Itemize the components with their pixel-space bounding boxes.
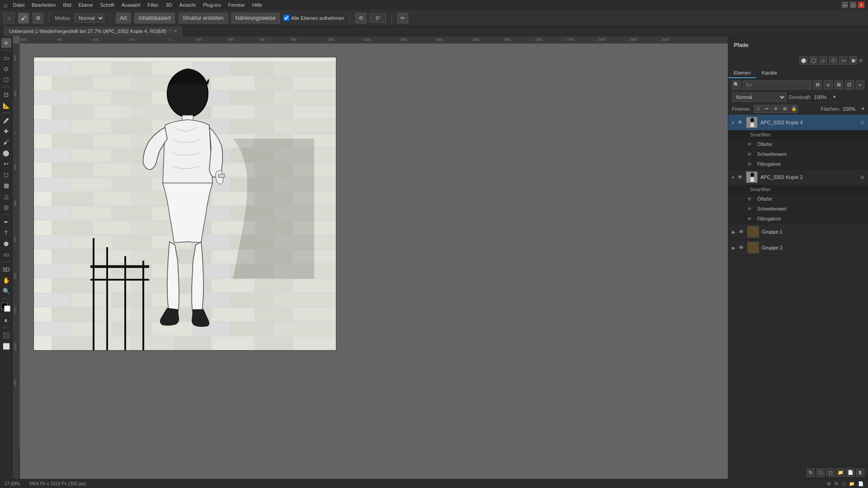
sub-eye-1c[interactable]: 👁 bbox=[746, 161, 753, 167]
gradient-tool[interactable]: ▦ bbox=[1, 180, 11, 190]
sub-eye-2a[interactable]: 👁 bbox=[746, 196, 753, 202]
path-tool[interactable]: ⬟ bbox=[1, 239, 11, 249]
panel-icon-4[interactable]: ⬡ bbox=[829, 56, 837, 65]
new-icon-btn[interactable]: + bbox=[856, 80, 865, 89]
text-tool[interactable]: T bbox=[1, 228, 11, 238]
3d-tool[interactable]: 3D bbox=[1, 264, 11, 274]
zoom-tool[interactable]: 🔍 bbox=[1, 286, 11, 296]
sub-item-olfarbe-2[interactable]: 👁 Ölfarbe bbox=[728, 194, 868, 204]
tab-ebenen[interactable]: Ebenen bbox=[728, 68, 756, 78]
layer-eye-1[interactable]: 👁 bbox=[737, 119, 743, 126]
layer-settings-2[interactable]: ⚙ bbox=[860, 175, 864, 180]
layer-item-gruppe1[interactable]: ▶ 👁 Gruppe 1 bbox=[728, 224, 868, 239]
history-brush-tool[interactable]: ↩ bbox=[1, 159, 11, 169]
sub-item-schwellenwert-1[interactable]: 👁 Schwellenwert bbox=[728, 149, 868, 159]
adjust-icon-btn[interactable]: ⊡ bbox=[845, 80, 854, 89]
panel-icon-3[interactable]: ◇ bbox=[819, 56, 827, 65]
sub-eye-1a[interactable]: 👁 bbox=[746, 141, 753, 147]
healing-tool[interactable]: ✚ bbox=[1, 126, 11, 136]
tab-close-button[interactable]: ✕ bbox=[174, 28, 177, 33]
layer-eye-2[interactable]: 👁 bbox=[737, 174, 743, 180]
selection-tool[interactable]: ▭ bbox=[1, 53, 11, 63]
brush-tool[interactable]: 🖌 bbox=[1, 137, 11, 147]
layer-expand-gruppe2[interactable]: ▶ bbox=[732, 245, 736, 250]
layer-expand-1[interactable]: ▾ bbox=[732, 120, 734, 125]
canvas-content[interactable] bbox=[20, 43, 728, 479]
layer-eye-gruppe2[interactable]: 👁 bbox=[738, 244, 745, 251]
brush-tool-icon[interactable]: 🖌 bbox=[18, 13, 29, 23]
crop-tool[interactable]: ⊡ bbox=[1, 89, 11, 99]
filter-icon-btn[interactable]: ⊞ bbox=[813, 80, 822, 89]
eraser-tool-icon[interactable]: ✏ bbox=[397, 13, 408, 23]
quick-select-tool[interactable]: ⬡ bbox=[1, 75, 11, 84]
view-icon-btn[interactable]: ⊠ bbox=[835, 80, 844, 89]
layer-settings-1[interactable]: ⚙ bbox=[860, 120, 864, 125]
panel-icon-2[interactable]: ◯ bbox=[809, 56, 817, 65]
blend-mode-select[interactable]: Normal Aufhellen Abdunkeln Multipliziere… bbox=[732, 93, 786, 102]
document-tab[interactable]: Unbenannt-1-Wiederhergestellt bei 27,7% … bbox=[4, 26, 183, 36]
flaech-arrow[interactable]: ▾ bbox=[862, 106, 864, 112]
layer-item-gruppe2[interactable]: ▶ 👁 Gruppe 2 bbox=[728, 240, 868, 255]
layer-item-1[interactable]: ▾ 👁 APC_0302 Kopie 4 ⚙ bbox=[728, 115, 868, 130]
lock-position-icon[interactable]: ✛ bbox=[772, 105, 780, 113]
layer-item-2[interactable]: ▾ 👁 APC_0302 Kopie 2 ⚙ bbox=[728, 169, 868, 185]
quick-mask-tool[interactable]: ◐ bbox=[1, 315, 11, 325]
move-tool[interactable]: ✛ bbox=[1, 38, 11, 48]
search-icon[interactable]: 🔍 bbox=[732, 80, 741, 89]
shape-tool[interactable]: ▭ bbox=[1, 249, 11, 259]
layer-fx-button[interactable]: fx bbox=[807, 469, 815, 477]
brush-settings-icon[interactable]: ⚙ bbox=[33, 13, 43, 23]
struktur-button[interactable]: Struktur erstellen bbox=[179, 13, 228, 23]
layer-group-button[interactable]: 📁 bbox=[836, 469, 844, 477]
screen-mode-tool[interactable]: ⬛ bbox=[1, 330, 11, 340]
angle-input[interactable] bbox=[370, 14, 386, 23]
background-color[interactable] bbox=[4, 305, 10, 312]
menu-ebene[interactable]: Ebene bbox=[77, 1, 95, 9]
layer-delete-button[interactable]: 🗑 bbox=[856, 469, 864, 477]
statusbar-icon-1[interactable]: ⚙ bbox=[827, 481, 831, 486]
sub-item-olfarbe-1[interactable]: 👁 Ölfarbe bbox=[728, 139, 868, 149]
eyedropper-tool[interactable]: 💉 bbox=[1, 115, 11, 125]
menu-filter[interactable]: Filter bbox=[146, 1, 160, 9]
layer-adjustment-button[interactable]: ⬡ bbox=[816, 469, 825, 477]
app-home-icon[interactable]: ⌂ bbox=[4, 1, 7, 9]
dodge-tool[interactable]: ◎ bbox=[1, 202, 11, 212]
canvas-image[interactable] bbox=[33, 57, 336, 351]
lock-all-icon[interactable]: 🔒 bbox=[790, 105, 798, 113]
measure-tool[interactable]: 📐 bbox=[1, 100, 11, 110]
sub-item-filtergalerie-1[interactable]: 👁 Filtergalerie bbox=[728, 159, 868, 169]
modus-select[interactable]: Normal bbox=[75, 14, 104, 23]
opacity-arrow[interactable]: ▾ bbox=[833, 94, 836, 100]
lock-artboard-icon[interactable]: ⊞ bbox=[781, 105, 789, 113]
statusbar-icon-5[interactable]: 📄 bbox=[858, 481, 863, 486]
screen-mode2-tool[interactable]: ⬜ bbox=[1, 341, 11, 351]
layer-expand-2[interactable]: ▾ bbox=[732, 175, 734, 180]
blur-tool[interactable]: △ bbox=[1, 191, 11, 201]
stamp-tool[interactable]: ⬤ bbox=[1, 148, 11, 158]
minimize-button[interactable]: — bbox=[842, 2, 848, 8]
statusbar-icon-2[interactable]: fx bbox=[835, 481, 838, 486]
naherungsweise-button[interactable]: Näherungsweise bbox=[231, 13, 280, 23]
tab-kanale[interactable]: Kanäle bbox=[756, 68, 783, 78]
menu-3d[interactable]: 3D bbox=[164, 1, 174, 9]
panel-icon-6[interactable]: ▣ bbox=[849, 56, 857, 65]
eraser-tool[interactable]: ◻ bbox=[1, 169, 11, 179]
menu-ansicht[interactable]: Ansicht bbox=[178, 1, 198, 9]
inhaltsbasiert-button[interactable]: Inhaltsbasiert bbox=[134, 13, 175, 23]
statusbar-icon-4[interactable]: 📁 bbox=[849, 481, 854, 486]
layer-expand-gruppe1[interactable]: ▶ bbox=[732, 230, 736, 235]
pen-tool[interactable]: ✒ bbox=[1, 217, 11, 227]
menu-auswahl[interactable]: Auswahl bbox=[120, 1, 142, 9]
home-tool-icon[interactable]: ⌂ bbox=[4, 13, 14, 23]
menu-datei[interactable]: Datei bbox=[11, 1, 26, 9]
menu-bild[interactable]: Bild bbox=[61, 1, 73, 9]
layer-new-button[interactable]: 📄 bbox=[846, 469, 854, 477]
menu-bearbeiten[interactable]: Bearbeiten bbox=[30, 1, 57, 9]
menu-hilfe[interactable]: Hilfe bbox=[250, 1, 264, 9]
menu-schrift[interactable]: Schrift bbox=[99, 1, 116, 9]
lock-transparent-icon[interactable]: ⬡ bbox=[754, 105, 762, 113]
sub-item-schwellenwert-2[interactable]: 👁 Schwellenwert bbox=[728, 204, 868, 214]
search-input[interactable] bbox=[743, 80, 811, 89]
art-button[interactable]: Art bbox=[116, 13, 131, 23]
menu-plugins[interactable]: Plug-ins bbox=[201, 1, 223, 9]
